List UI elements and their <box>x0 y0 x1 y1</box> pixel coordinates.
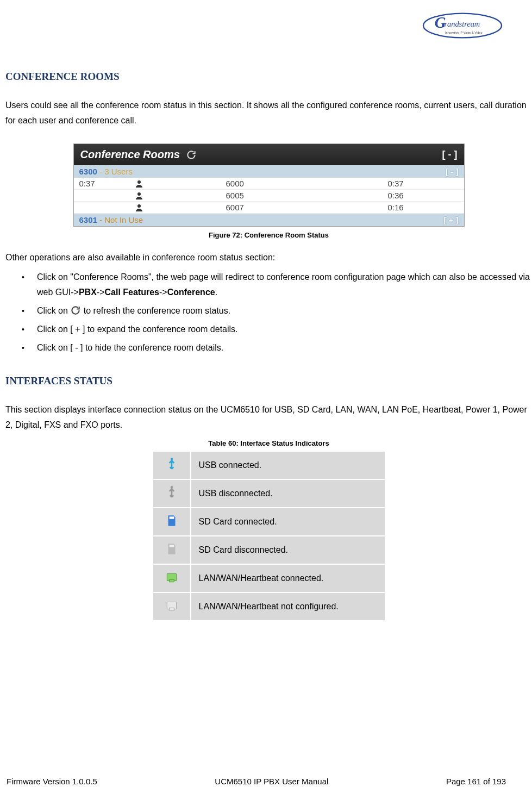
room-status: Not In Use <box>104 215 143 224</box>
table-row: USB disconnected. <box>153 479 385 508</box>
svg-point-6 <box>137 204 141 208</box>
table-row: SD Card connected. <box>153 508 385 536</box>
svg-rect-14 <box>169 608 174 610</box>
heading-conference-rooms: CONFERENCE ROOMS <box>5 71 532 83</box>
user-icon <box>123 203 155 212</box>
brand-logo: G randstream Innovative IP Voice & Video <box>419 10 506 41</box>
svg-rect-10 <box>169 545 174 547</box>
sep: -> <box>97 288 105 297</box>
interfaces-intro: This section displays interface connecti… <box>5 402 532 433</box>
user-icon <box>123 191 155 200</box>
user-icon <box>123 179 155 188</box>
refresh-icon <box>70 305 81 316</box>
room-6300-header[interactable]: 6300 - 3 Users [ - ] <box>74 165 464 178</box>
bold-call-features: Call Features <box>105 288 159 297</box>
room-user-row: 0:37 6000 0:37 <box>74 178 464 190</box>
status-label: SD Card connected. <box>191 508 385 536</box>
refresh-icon[interactable] <box>185 149 197 161</box>
sd-connected-icon <box>165 514 179 528</box>
interface-status-table: USB connected. USB disconnected. SD Card… <box>152 451 386 621</box>
svg-point-4 <box>137 180 141 184</box>
status-label: USB disconnected. <box>191 479 385 508</box>
room-user-row: 6005 0:36 <box>74 190 464 202</box>
room-collapse-toggle[interactable]: [ - ] <box>446 167 458 176</box>
status-label: LAN/WAN/Heartbeat connected. <box>191 564 385 592</box>
room-id: 6300 <box>79 167 97 176</box>
bold-pbx: PBX <box>79 288 97 297</box>
svg-text:Innovative IP Voice & Video: Innovative IP Voice & Video <box>445 31 483 34</box>
ops-intro: Other operations are also available in c… <box>5 250 532 265</box>
status-label: LAN/WAN/Heartbeat not configured. <box>191 592 385 621</box>
collapse-toggle[interactable]: [ - ] <box>442 149 458 160</box>
room-user-row: 6007 0:16 <box>74 202 464 214</box>
bullet-item: Click on [ - ] to hide the conference ro… <box>22 340 532 355</box>
status-label: SD Card disconnected. <box>191 536 385 564</box>
usb-disconnected-icon <box>165 485 179 500</box>
status-label: USB connected. <box>191 451 385 479</box>
table-row: LAN/WAN/Heartbeat connected. <box>153 564 385 592</box>
room-user-count: 3 Users <box>104 167 133 176</box>
room-id: 6301 <box>79 215 97 224</box>
row-ext: 6000 <box>155 179 388 188</box>
footer-firmware: Firmware Version 1.0.0.5 <box>7 777 97 786</box>
sd-disconnected-icon <box>165 542 179 556</box>
page-footer: Firmware Version 1.0.0.5 UCM6510 IP PBX … <box>7 777 506 786</box>
bullet-item: Click on "Conference Rooms", the web pag… <box>22 270 532 300</box>
room-sep: - <box>99 215 102 224</box>
widget-titlebar[interactable]: Conference Rooms [ - ] <box>74 144 464 165</box>
footer-page-number: Page 161 of 193 <box>446 777 506 786</box>
widget-title: Conference Rooms <box>80 148 180 161</box>
room-6301-header[interactable]: 6301 - Not In Use [ + ] <box>74 214 464 226</box>
lan-not-configured-icon <box>165 598 179 613</box>
intro-paragraph: Users could see all the conference room … <box>5 98 532 128</box>
svg-point-7 <box>170 458 172 460</box>
lan-connected-icon <box>165 570 179 584</box>
heading-interfaces-status: INTERFACES STATUS <box>5 375 532 387</box>
svg-rect-12 <box>169 579 174 582</box>
usb-connected-icon <box>165 457 179 471</box>
footer-doc-title: UCM6510 IP PBX User Manual <box>215 777 328 786</box>
room-sep: - <box>99 167 102 176</box>
conference-rooms-widget: Conference Rooms [ - ] 6300 - 3 Users [ … <box>73 143 465 227</box>
sep: -> <box>159 288 167 297</box>
bullet-text: Click on <box>37 306 70 315</box>
svg-point-8 <box>170 486 172 488</box>
table-row: USB connected. <box>153 451 385 479</box>
row-dur: 0:16 <box>388 203 459 212</box>
svg-rect-9 <box>169 516 174 519</box>
svg-point-5 <box>137 192 141 196</box>
bullet-item: Click on [ + ] to expand the conference … <box>22 322 532 337</box>
row-ext: 6007 <box>155 203 388 212</box>
row-dur: 0:36 <box>388 191 459 200</box>
svg-text:randstream: randstream <box>444 20 480 28</box>
bullet-text: to refresh the conference room status. <box>84 306 230 315</box>
bold-conference: Conference <box>167 288 215 297</box>
table-row: SD Card disconnected. <box>153 536 385 564</box>
room-expand-toggle[interactable]: [ + ] <box>443 215 458 224</box>
row-dur: 0:37 <box>388 179 459 188</box>
table-caption: Table 60: Interface Status Indicators <box>208 439 329 447</box>
sep: . <box>215 288 217 297</box>
row-duration: 0:37 <box>79 179 123 188</box>
row-ext: 6005 <box>155 191 388 200</box>
figure-caption: Figure 72: Conference Room Status <box>209 231 329 239</box>
bullet-item: Click on to refresh the conference room … <box>22 303 532 319</box>
table-row: LAN/WAN/Heartbeat not configured. <box>153 592 385 621</box>
